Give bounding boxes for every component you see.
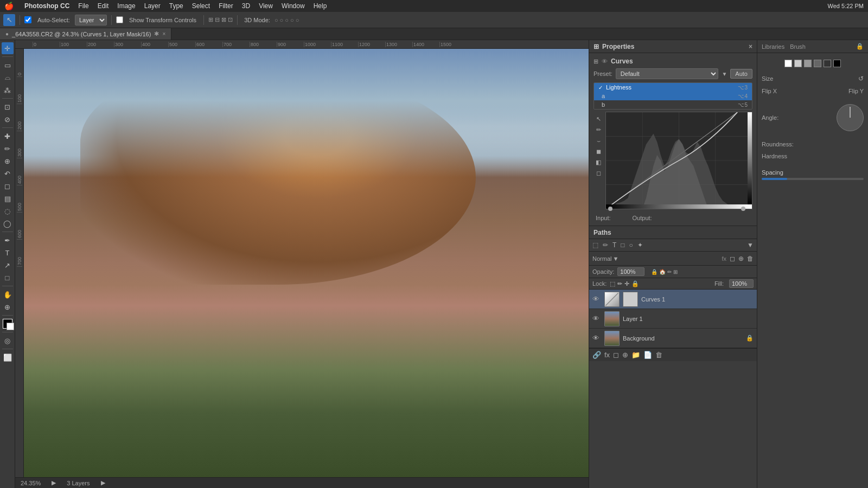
menu-filter[interactable]: Filter xyxy=(219,2,233,10)
new-layer-icon[interactable]: 📄 xyxy=(643,351,652,359)
curve-eyedropper-gray[interactable]: ◧ xyxy=(593,157,603,167)
foreground-color[interactable] xyxy=(3,319,12,329)
black-point-slider[interactable] xyxy=(608,207,612,211)
layer-vis-background[interactable]: 👁 xyxy=(592,334,601,342)
swatch-lgray[interactable] xyxy=(794,60,802,67)
channel-b[interactable]: b ⌥5 xyxy=(594,100,752,109)
link-icon[interactable]: 🔗 xyxy=(592,351,601,359)
curves-graph[interactable] xyxy=(605,112,752,209)
tool-stamp[interactable]: ⊕ xyxy=(2,155,14,167)
tool-eraser[interactable]: ◻ xyxy=(2,180,14,192)
fx-button[interactable]: fx xyxy=(722,255,726,262)
spacing-slider-track[interactable] xyxy=(762,178,864,180)
tool-lasso[interactable]: ⌓ xyxy=(2,72,14,84)
move-tool-icon[interactable]: ↖ xyxy=(3,14,15,26)
folder-icon[interactable]: 📁 xyxy=(631,351,640,359)
auto-select-dropdown[interactable]: Layer Group xyxy=(75,15,107,25)
curve-eyedropper-black[interactable]: ◼ xyxy=(593,146,603,156)
delete-layer-icon[interactable]: 🗑 xyxy=(655,351,662,359)
menu-image[interactable]: Image xyxy=(117,2,135,10)
tool-eyedropper[interactable]: ⊘ xyxy=(2,113,14,125)
curves-eye-icon[interactable]: 👁 xyxy=(602,58,608,65)
menu-select[interactable]: Select xyxy=(192,2,210,10)
show-transform-checkbox[interactable] xyxy=(116,16,123,23)
paths-tool-7[interactable]: ▼ xyxy=(747,241,754,249)
lock-pos-icon[interactable]: ✛ xyxy=(624,280,629,287)
layer-vis-layer1[interactable]: 👁 xyxy=(592,314,601,323)
lock-all-icon[interactable]: 🔒 xyxy=(631,280,639,287)
tool-shapes[interactable]: □ xyxy=(2,272,14,284)
layers-blendmode[interactable]: Normal ▼ xyxy=(592,255,618,262)
tool-quickmask[interactable]: ◎ xyxy=(2,335,14,346)
menu-photoshop[interactable]: Photoshop CC xyxy=(24,2,69,10)
arrow-icon[interactable]: ▶ xyxy=(52,479,56,486)
canvas[interactable] xyxy=(24,49,589,477)
add-mask-icon[interactable]: ◻ xyxy=(613,351,619,359)
apple-menu[interactable]: 🍎 xyxy=(4,2,14,10)
tool-path-select[interactable]: ↗ xyxy=(2,259,14,271)
tool-history-brush[interactable]: ↶ xyxy=(2,168,14,179)
menu-file[interactable]: File xyxy=(78,2,88,10)
menu-layer[interactable]: Layer xyxy=(144,2,161,10)
layer-row-curves1[interactable]: 👁 Curves 1 xyxy=(589,290,757,309)
layer-vis-curves1[interactable]: 👁 xyxy=(592,295,601,303)
tool-gradient[interactable]: ▤ xyxy=(2,192,14,204)
tool-pen[interactable]: ✒ xyxy=(2,234,14,246)
swatch-black[interactable] xyxy=(833,60,841,67)
paths-tool-6[interactable]: ✦ xyxy=(637,241,643,249)
tool-blur[interactable]: ◌ xyxy=(2,205,14,217)
fill-input[interactable] xyxy=(729,279,754,288)
layer-row-background[interactable]: 👁 Background 🔒 xyxy=(589,329,757,348)
swatch-vdgray[interactable] xyxy=(824,60,831,67)
lock-trans-icon[interactable]: ⬚ xyxy=(610,280,615,287)
tool-heal[interactable]: ✚ xyxy=(2,130,14,142)
paths-tool-5[interactable]: ○ xyxy=(629,241,633,249)
angle-wheel[interactable] xyxy=(837,104,864,131)
panel-lock-icon[interactable]: 🔒 xyxy=(856,43,864,50)
channel-a[interactable]: a ⌥4 xyxy=(594,92,752,100)
lock-paint-icon[interactable]: ✏ xyxy=(617,280,622,287)
menu-edit[interactable]: Edit xyxy=(98,2,109,10)
status-arrow-right[interactable]: ▶ xyxy=(101,479,105,486)
curve-smooth-tool[interactable]: ⌣ xyxy=(593,136,603,145)
menu-view[interactable]: View xyxy=(259,2,273,10)
tool-magic-wand[interactable]: ⁂ xyxy=(2,84,14,96)
paths-tool-1[interactable]: ⬚ xyxy=(592,241,598,249)
properties-close-btn[interactable]: × xyxy=(749,43,752,50)
preset-dropdown[interactable]: Default Linear Contrast Strong Contrast xyxy=(616,68,719,79)
tool-marquee[interactable]: ▭ xyxy=(2,59,14,71)
white-point-slider[interactable] xyxy=(741,207,745,211)
delete-button[interactable]: 🗑 xyxy=(747,255,754,262)
tool-screen-mode[interactable]: ⬜ xyxy=(2,351,14,363)
menu-window[interactable]: Window xyxy=(282,2,305,10)
layer-row-layer1[interactable]: 👁 Layer 1 xyxy=(589,309,757,329)
tool-type[interactable]: T xyxy=(2,247,14,259)
mask-button[interactable]: ◻ xyxy=(730,255,735,262)
close-button[interactable]: ● xyxy=(5,31,9,37)
background-color[interactable] xyxy=(7,323,14,330)
swatch-white[interactable] xyxy=(784,60,792,67)
auto-select-checkbox[interactable] xyxy=(24,16,31,23)
tool-hand[interactable]: ✋ xyxy=(2,288,14,300)
document-tab-active[interactable]: ● _64A3558.CR2 @ 24.3% (Curves 1, Layer … xyxy=(0,28,171,40)
fx-icon[interactable]: fx xyxy=(604,351,610,359)
adjustment-button[interactable]: ⊕ xyxy=(738,255,744,262)
tool-move[interactable]: ✛ xyxy=(2,42,14,54)
tool-brush[interactable]: ✏ xyxy=(2,143,14,155)
menu-type[interactable]: Type xyxy=(169,2,183,10)
curve-select-tool[interactable]: ↖ xyxy=(593,114,603,124)
tool-crop[interactable]: ⊡ xyxy=(2,101,14,113)
swatch-dgray[interactable] xyxy=(814,60,821,67)
channel-lightness[interactable]: ✓ Lightness ⌥3 xyxy=(594,83,752,92)
opacity-input[interactable] xyxy=(617,267,644,276)
size-refresh-icon[interactable]: ↺ xyxy=(858,75,864,82)
menu-3d[interactable]: 3D xyxy=(242,2,250,10)
tool-zoom[interactable]: ⊕ xyxy=(2,301,14,313)
swatch-mgray[interactable] xyxy=(804,60,812,67)
curve-eyedropper-white[interactable]: ◻ xyxy=(593,168,603,178)
paths-tool-4[interactable]: □ xyxy=(621,241,624,249)
auto-button[interactable]: Auto xyxy=(730,69,752,79)
add-adjustment-icon[interactable]: ⊕ xyxy=(622,351,628,359)
curve-pen-tool[interactable]: ✏ xyxy=(593,125,603,134)
paths-tool-3[interactable]: T xyxy=(612,241,616,249)
